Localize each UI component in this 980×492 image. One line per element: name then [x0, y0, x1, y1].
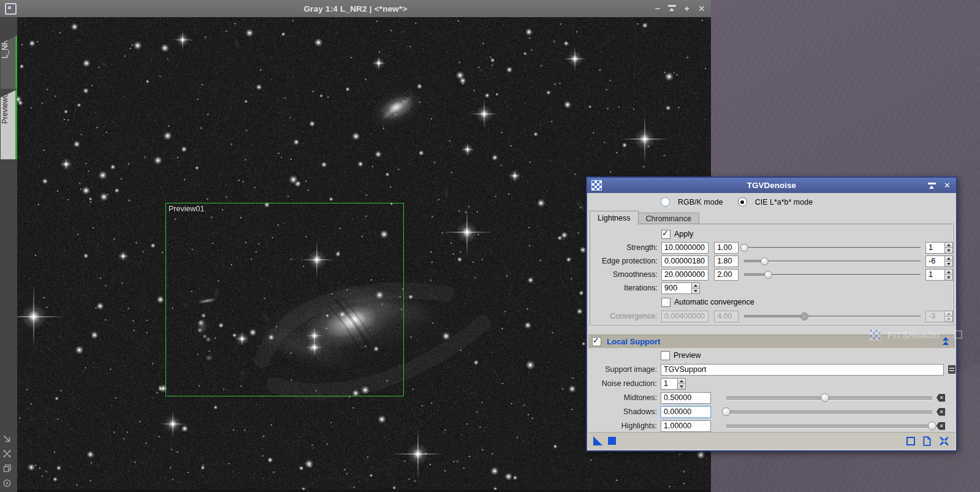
spin-down-icon	[945, 317, 952, 322]
smoothness-exp-spinbox[interactable]: 1	[925, 269, 953, 281]
shadows-field[interactable]: 0.00000	[661, 406, 711, 418]
shade-icon	[668, 4, 676, 12]
iterations-spinbox[interactable]: 900	[661, 282, 700, 294]
noise-reduction-row: Noise reduction: 1	[587, 377, 956, 390]
convergence-coeff-field: 4.00	[714, 311, 739, 322]
radio-cielab-mode[interactable]	[738, 197, 747, 206]
support-image-field[interactable]: TGVSupport	[661, 364, 944, 376]
shadows-slider[interactable]	[726, 407, 932, 417]
tab-lightness[interactable]: Lightness	[590, 211, 639, 225]
lightness-panel: Apply Strength: 10.0000000 1.00 1 Edge p…	[590, 224, 954, 325]
edge-protection-value-field[interactable]: 0.00000180	[661, 255, 708, 267]
collapse-section-icon[interactable]	[943, 337, 949, 346]
tab-preview01[interactable]: Preview01	[1, 89, 17, 159]
spin-down-icon[interactable]	[945, 275, 952, 280]
spin-up-icon[interactable]	[945, 256, 952, 262]
reset-midtones-icon[interactable]	[936, 394, 945, 402]
spin-up-icon	[945, 311, 952, 317]
spin-down-icon[interactable]	[945, 262, 952, 267]
apply-icon[interactable]	[608, 437, 616, 445]
convergence-slider	[744, 312, 921, 321]
maximize-button[interactable]: +	[682, 0, 691, 17]
strength-exp-spinbox[interactable]: 1	[925, 242, 953, 254]
convergence-row: Convergence: 0.00400000 4.00 -3	[590, 309, 953, 323]
spin-down-icon[interactable]	[692, 289, 699, 293]
preview-rectangle[interactable]: Preview01	[165, 203, 404, 396]
strength-value-field[interactable]: 10.0000000	[661, 242, 708, 254]
new-preview-icon[interactable]	[2, 448, 12, 459]
strength-row: Strength: 10.0000000 1.00 1	[590, 241, 953, 254]
highlights-row: Highlights: 1.00000	[587, 419, 956, 433]
dialog-shade-button[interactable]	[928, 182, 936, 189]
local-support-title[interactable]: Local Support	[607, 337, 660, 346]
dialog-titlebar[interactable]: TGVDenoise ✕	[587, 178, 956, 193]
apply-label: Apply	[674, 230, 693, 238]
smoothness-value-field[interactable]: 20.0000000	[661, 269, 708, 281]
midtones-slider[interactable]	[726, 393, 932, 403]
highlights-field[interactable]: 1.00000	[661, 420, 711, 432]
spin-up-icon[interactable]	[678, 379, 685, 384]
shade-button[interactable]	[667, 0, 677, 17]
convergence-value-field: 0.00400000	[661, 311, 708, 322]
spin-up-icon[interactable]	[945, 243, 952, 248]
reset-icon[interactable]	[939, 436, 949, 446]
edge-protection-slider[interactable]	[744, 257, 921, 266]
dialog-close-button[interactable]: ✕	[944, 181, 951, 190]
spin-down-icon[interactable]	[678, 384, 685, 389]
center-view-icon[interactable]	[2, 478, 12, 488]
local-support-checkbox[interactable]	[592, 337, 601, 346]
apply-checkbox[interactable]	[661, 230, 670, 239]
image-window-titlebar[interactable]: Gray 1:4 L_NR2 | <*new*> − + ✕	[0, 0, 711, 18]
dialog-bottom-bar	[588, 432, 955, 449]
local-support-section-header[interactable]: Local Support	[588, 335, 955, 348]
minimize-button[interactable]: −	[653, 0, 662, 17]
midtones-row: Midtones: 0.50000	[587, 391, 956, 404]
spin-down-icon[interactable]	[945, 248, 952, 253]
shadows-row: Shadows: 0.00000	[587, 405, 956, 418]
smoothness-slider[interactable]	[744, 270, 921, 279]
smoothness-coeff-field[interactable]: 2.00	[714, 269, 739, 281]
window-menu-icon[interactable]	[5, 3, 17, 15]
iterations-row: Iterations: 900	[590, 281, 953, 295]
noise-reduction-spinbox[interactable]: 1	[661, 378, 686, 390]
view-selector-sidebar: L_NR2 Preview01	[0, 17, 17, 492]
spin-up-icon[interactable]	[692, 283, 699, 289]
radio-rgbk-mode[interactable]	[661, 197, 670, 206]
automatic-convergence-checkbox[interactable]	[661, 298, 670, 307]
convergence-exp-spinbox: -3	[925, 311, 953, 322]
reset-shadows-icon[interactable]	[936, 408, 945, 416]
edge-protection-exp-spinbox[interactable]: -6	[925, 255, 953, 267]
tgvdenoise-dialog: TGVDenoise ✕ RGB/K mode CIE L*a*b* mode …	[586, 176, 957, 452]
tab-main-view[interactable]: L_NR2	[1, 36, 17, 89]
select-image-icon[interactable]	[948, 365, 955, 374]
smoothness-row: Smoothness: 20.0000000 2.00 1	[590, 268, 953, 281]
zoom-to-fit-icon[interactable]	[2, 434, 12, 444]
strength-slider[interactable]	[744, 243, 921, 252]
preview-label: Preview	[674, 351, 701, 360]
dialog-title: TGVDenoise	[587, 181, 956, 190]
browse-documentation-icon[interactable]	[922, 436, 932, 446]
close-button[interactable]: ✕	[697, 0, 706, 17]
tab-chrominance[interactable]: Chrominance	[639, 213, 699, 225]
support-image-row: Support image: TGVSupport	[587, 363, 956, 376]
strength-coeff-field[interactable]: 1.00	[714, 242, 739, 254]
pixinsight-workspace: Gray 1:4 L_NR2 | <*new*> − + ✕ L_NR2 Pre…	[0, 0, 980, 492]
image-window-title: Gray 1:4 L_NR2 | <*new*>	[0, 4, 711, 13]
radio-cielab-label[interactable]: CIE L*a*b* mode	[755, 198, 813, 206]
process-icon	[591, 180, 602, 191]
edge-protection-coeff-field[interactable]: 1.80	[714, 255, 739, 267]
edge-protection-row: Edge protection: 0.00000180 1.80 -6	[590, 254, 953, 268]
reset-highlights-icon[interactable]	[936, 422, 945, 430]
radio-rgbk-label[interactable]: RGB/K mode	[678, 198, 723, 206]
duplicate-view-icon[interactable]	[2, 463, 12, 474]
spin-up-icon[interactable]	[945, 270, 952, 275]
preview-checkbox[interactable]	[661, 351, 670, 360]
highlights-slider[interactable]	[726, 421, 932, 431]
preview-rectangle-label: Preview01	[169, 205, 204, 213]
automatic-convergence-label: Automatic convergence	[674, 298, 754, 306]
midtones-field[interactable]: 0.50000	[661, 392, 711, 404]
edit-instance-icon[interactable]	[906, 437, 915, 445]
new-instance-icon[interactable]	[593, 436, 602, 445]
